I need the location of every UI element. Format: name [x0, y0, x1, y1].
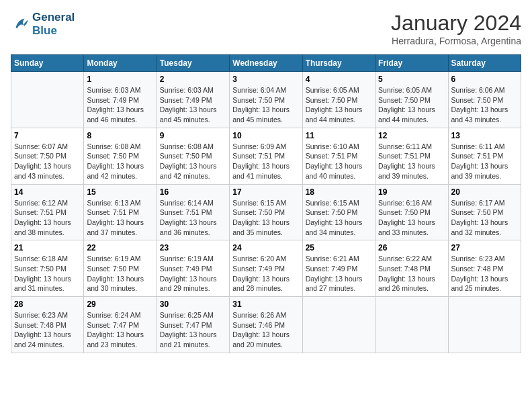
calendar-cell: 30Sunrise: 6:25 AMSunset: 7:47 PMDayligh… — [157, 297, 229, 353]
calendar-cell: 2Sunrise: 6:03 AMSunset: 7:49 PMDaylight… — [157, 72, 229, 128]
day-number: 7 — [14, 131, 81, 140]
calendar-cell: 17Sunrise: 6:15 AMSunset: 7:50 PMDayligh… — [230, 184, 302, 240]
calendar-cell: 16Sunrise: 6:14 AMSunset: 7:51 PMDayligh… — [157, 184, 229, 240]
day-number: 27 — [451, 243, 518, 253]
calendar-cell: 28Sunrise: 6:23 AMSunset: 7:48 PMDayligh… — [11, 297, 84, 353]
calendar-cell: 1Sunrise: 6:03 AMSunset: 7:49 PMDaylight… — [84, 72, 157, 128]
day-number: 5 — [378, 75, 445, 84]
day-details: Sunrise: 6:05 AMSunset: 7:50 PMDaylight:… — [306, 85, 372, 125]
day-number: 23 — [160, 243, 226, 253]
calendar-cell: 5Sunrise: 6:05 AMSunset: 7:50 PMDaylight… — [375, 72, 448, 128]
day-number: 13 — [451, 131, 518, 140]
calendar-cell: 25Sunrise: 6:21 AMSunset: 7:49 PMDayligh… — [302, 240, 375, 297]
day-number: 6 — [451, 75, 518, 84]
location-subtitle: Herradura, Formosa, Argentina — [391, 36, 521, 46]
day-number: 10 — [232, 131, 299, 140]
day-details: Sunrise: 6:23 AMSunset: 7:48 PMDaylight:… — [14, 310, 81, 350]
logo: General Blue — [11, 11, 75, 38]
calendar-cell — [448, 297, 521, 353]
calendar-cell: 4Sunrise: 6:05 AMSunset: 7:50 PMDaylight… — [302, 72, 375, 128]
calendar-week-row: 28Sunrise: 6:23 AMSunset: 7:48 PMDayligh… — [11, 297, 521, 353]
day-details: Sunrise: 6:24 AMSunset: 7:47 PMDaylight:… — [87, 310, 153, 350]
month-title: January 2024 — [391, 11, 521, 36]
calendar-cell: 31Sunrise: 6:26 AMSunset: 7:46 PMDayligh… — [230, 297, 302, 353]
day-number: 12 — [378, 131, 445, 140]
calendar-week-row: 21Sunrise: 6:18 AMSunset: 7:50 PMDayligh… — [11, 240, 521, 297]
calendar-cell — [375, 297, 448, 353]
calendar-cell: 11Sunrise: 6:10 AMSunset: 7:51 PMDayligh… — [302, 128, 375, 184]
day-details: Sunrise: 6:15 AMSunset: 7:50 PMDaylight:… — [306, 198, 372, 238]
calendar-cell: 29Sunrise: 6:24 AMSunset: 7:47 PMDayligh… — [84, 297, 157, 353]
day-number: 4 — [306, 75, 372, 84]
page-header: General Blue January 2024 Herradura, For… — [11, 11, 521, 46]
calendar-cell: 7Sunrise: 6:07 AMSunset: 7:50 PMDaylight… — [11, 128, 84, 184]
day-details: Sunrise: 6:19 AMSunset: 7:50 PMDaylight:… — [87, 254, 153, 293]
day-number: 14 — [14, 187, 81, 197]
day-details: Sunrise: 6:16 AMSunset: 7:50 PMDaylight:… — [378, 198, 445, 238]
day-details: Sunrise: 6:03 AMSunset: 7:49 PMDaylight:… — [87, 85, 153, 125]
day-details: Sunrise: 6:09 AMSunset: 7:51 PMDaylight:… — [232, 142, 299, 181]
calendar-cell: 24Sunrise: 6:20 AMSunset: 7:49 PMDayligh… — [230, 240, 302, 297]
calendar-cell: 23Sunrise: 6:19 AMSunset: 7:49 PMDayligh… — [157, 240, 229, 297]
calendar-cell: 3Sunrise: 6:04 AMSunset: 7:50 PMDaylight… — [230, 72, 302, 128]
calendar-cell: 27Sunrise: 6:23 AMSunset: 7:48 PMDayligh… — [448, 240, 521, 297]
day-details: Sunrise: 6:23 AMSunset: 7:48 PMDaylight:… — [451, 254, 518, 293]
day-number: 22 — [87, 243, 153, 253]
day-number: 25 — [306, 243, 372, 253]
calendar-week-row: 14Sunrise: 6:12 AMSunset: 7:51 PMDayligh… — [11, 184, 521, 240]
calendar-cell: 6Sunrise: 6:06 AMSunset: 7:50 PMDaylight… — [448, 72, 521, 128]
title-area: January 2024 Herradura, Formosa, Argenti… — [391, 11, 521, 46]
day-details: Sunrise: 6:25 AMSunset: 7:47 PMDaylight:… — [160, 310, 226, 350]
day-number: 31 — [232, 300, 299, 309]
day-number: 29 — [87, 300, 153, 309]
header-monday: Monday — [84, 55, 157, 72]
day-number: 19 — [378, 187, 445, 197]
day-number: 28 — [14, 300, 81, 309]
day-number: 8 — [87, 131, 153, 140]
day-details: Sunrise: 6:03 AMSunset: 7:49 PMDaylight:… — [160, 85, 226, 125]
day-details: Sunrise: 6:06 AMSunset: 7:50 PMDaylight:… — [451, 85, 518, 125]
day-details: Sunrise: 6:22 AMSunset: 7:48 PMDaylight:… — [378, 254, 445, 293]
calendar-cell: 22Sunrise: 6:19 AMSunset: 7:50 PMDayligh… — [84, 240, 157, 297]
day-details: Sunrise: 6:19 AMSunset: 7:49 PMDaylight:… — [160, 254, 226, 293]
calendar-week-row: 7Sunrise: 6:07 AMSunset: 7:50 PMDaylight… — [11, 128, 521, 184]
day-number: 15 — [87, 187, 153, 197]
day-details: Sunrise: 6:08 AMSunset: 7:50 PMDaylight:… — [87, 142, 153, 181]
day-details: Sunrise: 6:18 AMSunset: 7:50 PMDaylight:… — [14, 254, 81, 293]
calendar-cell: 26Sunrise: 6:22 AMSunset: 7:48 PMDayligh… — [375, 240, 448, 297]
calendar-cell: 14Sunrise: 6:12 AMSunset: 7:51 PMDayligh… — [11, 184, 84, 240]
day-number: 17 — [232, 187, 299, 197]
day-details: Sunrise: 6:20 AMSunset: 7:49 PMDaylight:… — [232, 254, 299, 293]
header-thursday: Thursday — [302, 55, 375, 72]
header-tuesday: Tuesday — [157, 55, 229, 72]
calendar-table: Sunday Monday Tuesday Wednesday Thursday… — [11, 54, 521, 353]
day-details: Sunrise: 6:21 AMSunset: 7:49 PMDaylight:… — [306, 254, 372, 293]
day-details: Sunrise: 6:11 AMSunset: 7:51 PMDaylight:… — [378, 142, 445, 181]
day-number: 3 — [232, 75, 299, 84]
day-details: Sunrise: 6:08 AMSunset: 7:50 PMDaylight:… — [160, 142, 226, 181]
calendar-cell — [11, 72, 84, 128]
header-friday: Friday — [375, 55, 448, 72]
day-number: 20 — [451, 187, 518, 197]
day-number: 24 — [232, 243, 299, 253]
calendar-cell: 9Sunrise: 6:08 AMSunset: 7:50 PMDaylight… — [157, 128, 229, 184]
day-number: 26 — [378, 243, 445, 253]
header-sunday: Sunday — [11, 55, 84, 72]
calendar-week-row: 1Sunrise: 6:03 AMSunset: 7:49 PMDaylight… — [11, 72, 521, 128]
calendar-cell: 12Sunrise: 6:11 AMSunset: 7:51 PMDayligh… — [375, 128, 448, 184]
day-details: Sunrise: 6:10 AMSunset: 7:51 PMDaylight:… — [306, 142, 372, 181]
day-number: 9 — [160, 131, 226, 140]
calendar-cell: 15Sunrise: 6:13 AMSunset: 7:51 PMDayligh… — [84, 184, 157, 240]
day-details: Sunrise: 6:11 AMSunset: 7:51 PMDaylight:… — [451, 142, 518, 181]
day-details: Sunrise: 6:14 AMSunset: 7:51 PMDaylight:… — [160, 198, 226, 238]
day-number: 11 — [306, 131, 372, 140]
day-details: Sunrise: 6:04 AMSunset: 7:50 PMDaylight:… — [232, 85, 299, 125]
day-number: 18 — [306, 187, 372, 197]
day-details: Sunrise: 6:26 AMSunset: 7:46 PMDaylight:… — [232, 310, 299, 350]
header-saturday: Saturday — [448, 55, 521, 72]
calendar-cell: 8Sunrise: 6:08 AMSunset: 7:50 PMDaylight… — [84, 128, 157, 184]
day-details: Sunrise: 6:13 AMSunset: 7:51 PMDaylight:… — [87, 198, 153, 238]
calendar-cell: 19Sunrise: 6:16 AMSunset: 7:50 PMDayligh… — [375, 184, 448, 240]
calendar-header-row: Sunday Monday Tuesday Wednesday Thursday… — [11, 55, 521, 72]
calendar-cell: 10Sunrise: 6:09 AMSunset: 7:51 PMDayligh… — [230, 128, 302, 184]
